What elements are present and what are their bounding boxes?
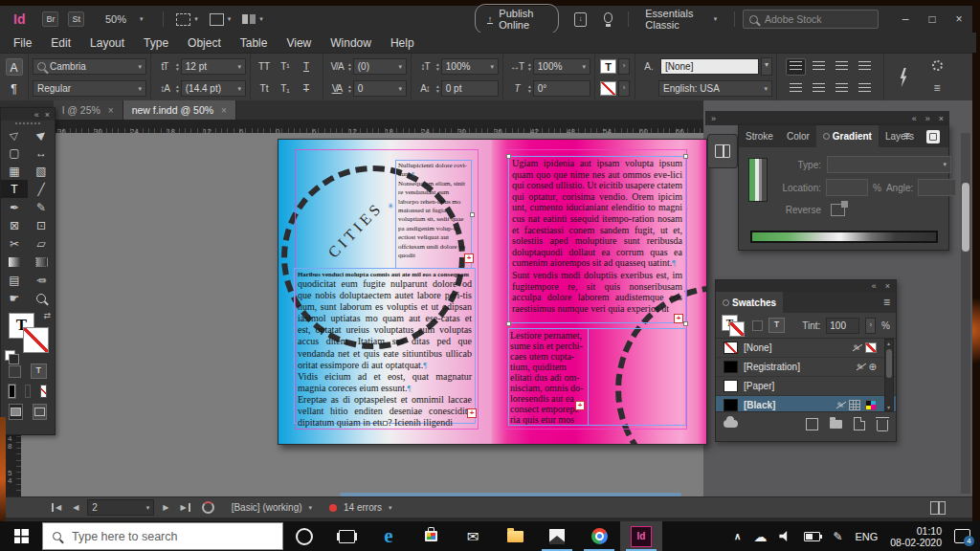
baseline-shift-field[interactable]: 0 pt [441,80,499,97]
panel-tab[interactable]: Color [780,125,816,147]
justify-full-button[interactable] [855,80,875,98]
frame-handle[interactable] [470,212,475,217]
collapse-panel-icon[interactable]: « [34,110,39,120]
text-formatting-button[interactable]: T [768,318,785,333]
close-icon[interactable]: × [221,105,227,116]
new-swatch-icon[interactable] [854,417,865,430]
frame-handle[interactable] [383,421,388,426]
screen-mode-dropdown[interactable]: ▾ [210,13,232,26]
panel-grip[interactable] [15,122,40,124]
collapsed-panel-icon[interactable] [926,130,940,143]
menu-item[interactable]: Layout [80,36,134,50]
collapse-panel-icon[interactable]: « [872,281,877,291]
bridge-button[interactable]: Br [42,11,58,27]
menu-item[interactable]: Window [321,36,381,50]
chrome-button[interactable] [578,521,620,551]
character-style-combo[interactable]: [None] [660,58,759,75]
swatch-row-paper[interactable]: [Paper] [716,377,896,396]
stroke-indicator[interactable] [23,327,49,353]
overset-indicator[interactable]: + [674,314,683,323]
battery-icon[interactable] [804,532,820,541]
language-combo[interactable]: English: USA▾ [658,80,772,97]
adobe-stock-search-input[interactable] [763,12,872,26]
type-tool[interactable]: T [1,180,28,198]
overset-indicator[interactable]: + [467,408,477,418]
first-page-button[interactable]: ◀ [52,503,64,512]
kerning-field[interactable]: (0)▾ [353,58,407,75]
subscript-button[interactable]: T₁ [276,80,295,97]
frame-handle[interactable] [506,154,511,159]
font-family-combo[interactable]: Cambria▾ [33,58,146,75]
tint-value-field[interactable]: 100 [826,318,859,334]
tray-expand-icon[interactable]: ∧ [734,531,741,541]
task-view-button[interactable] [325,521,368,551]
swap-fill-stroke-icon[interactable]: ⇄ [43,311,51,320]
gradient-feather-tool[interactable] [28,253,55,271]
page-number-dropdown[interactable]: 2 ▾ [87,499,154,516]
preview-view-button[interactable] [33,404,47,420]
adobe-stock-search[interactable] [743,10,879,29]
swatch-row-black[interactable]: [Black] ✎ [716,396,896,411]
language-indicator[interactable]: ENG [855,531,878,542]
preflight-profile-dropdown[interactable]: [Basic] (working) ▾ [226,502,318,513]
default-fill-stroke-icon[interactable] [5,350,15,361]
photos-button[interactable] [536,521,578,551]
horizontal-scale-field[interactable]: 100%▾ [533,58,590,75]
text-frame-left-body[interactable]: Haribus venduci molupta comnis aut ate m… [294,268,476,424]
clock[interactable]: 01:10 08-02-2020 [890,525,942,548]
indesign-taskbar-button[interactable]: Id [620,521,662,551]
adobe-stock-button[interactable]: St [68,11,84,27]
frame-tool[interactable]: ⊠ [1,216,28,234]
horizontal-scale-stepper[interactable]: ▴▾ [528,62,531,72]
kerning-stepper[interactable]: ▴▾ [348,62,351,72]
document-tab[interactable]: new f.indd @ 50% × [123,100,236,120]
document-tab[interactable]: l @ 25% × [54,100,123,120]
align-center-button[interactable] [809,58,829,76]
justify-right-button[interactable] [809,80,829,98]
reverse-gradient-icon[interactable] [831,204,845,216]
pen-icon[interactable]: ✎ [833,530,842,543]
cortana-button[interactable] [283,521,325,551]
formatting-affects-text-button[interactable]: T [31,364,47,379]
hand-tool[interactable]: ☛ [1,289,28,307]
delete-swatch-icon[interactable] [877,420,888,431]
swatch-scrollbar[interactable]: ▴ ▾ [884,339,894,411]
menu-item[interactable]: Help [381,36,424,50]
font-style-combo[interactable]: Regular▾ [33,80,146,97]
preflight-errors-dropdown[interactable]: 14 errors ▾ [323,502,398,513]
panel-tab[interactable]: Layers [879,125,921,147]
share-icon[interactable]: ↓ [574,12,586,27]
underline-button[interactable]: T [297,58,316,75]
close-icon[interactable]: × [885,281,890,291]
apply-color-button[interactable] [9,385,15,398]
location-field[interactable] [826,179,868,196]
angle-field[interactable] [918,179,956,196]
menu-item[interactable]: Table [231,36,278,50]
character-formatting-button[interactable]: A [6,58,23,76]
tab-swatches[interactable]: Swatches [716,292,783,313]
gradient-thumbnail[interactable] [748,158,768,202]
cc-libraries-icon[interactable] [724,420,738,428]
workspace-dropdown[interactable]: Essentials Classic ▾ [645,8,717,31]
overset-indicator[interactable]: + [575,401,585,410]
pencil-tool[interactable]: ✎ [28,198,55,216]
scroll-up-icon[interactable]: ▴ [887,340,890,346]
gradient-ramp[interactable] [750,231,938,243]
note-tool[interactable]: ▤ [1,271,28,289]
new-color-group-icon[interactable] [830,420,842,429]
swatch-row-registration[interactable]: [Registration] ✎⊕ [716,358,896,377]
skew-stepper[interactable]: ▴▾ [528,84,531,94]
rectangle-tool[interactable]: ⊡ [28,216,55,234]
font-size-field[interactable]: 12 pt▾ [181,58,246,75]
text-frame-left-top[interactable]: Nullupicienti dolore rovi-dunt.¶Nonsequi… [395,160,472,269]
free-transform-tool[interactable]: ▱ [28,234,55,253]
mail-button[interactable]: ✉ [452,521,494,551]
store-button[interactable] [410,521,452,551]
file-explorer-button[interactable] [494,521,536,551]
overset-indicator[interactable]: + [464,253,474,263]
align-left-button[interactable] [786,58,806,76]
panel-tab[interactable]: Gradient [816,125,879,147]
small-caps-button[interactable]: Tt [255,80,274,97]
panel-menu-icon[interactable]: ≡ [903,129,910,143]
panel-menu-icon[interactable]: ≡ [878,296,896,309]
